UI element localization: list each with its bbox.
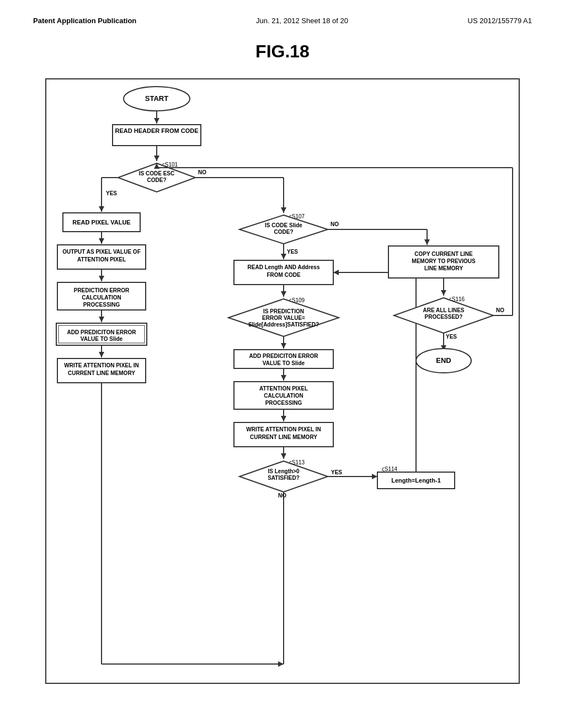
svg-text:CALCULATION: CALCULATION (82, 295, 121, 301)
svg-text:COPY CURRENT LINE: COPY CURRENT LINE (414, 251, 473, 257)
svg-text:MEMORY TO PREVIOUS: MEMORY TO PREVIOUS (412, 258, 476, 264)
svg-marker-104 (333, 270, 339, 275)
svg-text:END: END (436, 356, 451, 365)
svg-text:IS PREDICTION: IS PREDICTION (263, 308, 304, 314)
svg-text:READ Length AND Address: READ Length AND Address (248, 264, 320, 270)
svg-text:NO: NO (198, 169, 206, 175)
svg-marker-117 (441, 290, 446, 296)
svg-text:PREDICTION ERROR: PREDICTION ERROR (74, 287, 130, 293)
svg-text:YES: YES (106, 190, 117, 196)
header-right: US 2012/155779 A1 (468, 17, 532, 25)
svg-text:NO: NO (278, 493, 286, 499)
svg-text:FROM CODE: FROM CODE (266, 272, 300, 278)
svg-marker-27 (99, 276, 104, 281)
svg-marker-72 (281, 343, 286, 349)
svg-text:CALCULATION: CALCULATION (264, 393, 303, 399)
svg-text:NO: NO (496, 307, 504, 313)
svg-text:IS Length>0: IS Length>0 (268, 468, 300, 474)
svg-text:ADD PREDICITON ERROR: ADD PREDICITON ERROR (249, 353, 319, 359)
svg-text:CODE?: CODE? (147, 177, 167, 183)
svg-text:SATISFIED?: SATISFIED? (268, 475, 300, 481)
svg-text:OUTPUT AS PIXEL VALUE OF: OUTPUT AS PIXEL VALUE OF (62, 249, 141, 255)
svg-text:CODE?: CODE? (274, 229, 294, 235)
svg-text:PROCESSING: PROCESSING (83, 302, 120, 308)
svg-text:YES: YES (331, 469, 342, 475)
svg-text:YES: YES (287, 249, 298, 255)
svg-marker-21 (99, 238, 104, 244)
svg-marker-34 (99, 317, 104, 322)
svg-marker-65 (281, 291, 286, 297)
svg-text:READ HEADER FROM CODE: READ HEADER FROM CODE (115, 127, 199, 134)
svg-text:CURRENT LINE MEMORY: CURRENT LINE MEMORY (250, 434, 317, 440)
svg-marker-16 (99, 206, 104, 212)
svg-marker-3 (154, 118, 159, 124)
svg-text:NO: NO (331, 221, 339, 227)
svg-text:IS CODE ESC: IS CODE ESC (139, 170, 174, 176)
svg-text:WRITE ATTENTION PIXEL IN: WRITE ATTENTION PIXEL IN (246, 426, 321, 432)
svg-text:ARE ALL LINES: ARE ALL LINES (423, 307, 464, 313)
svg-text:ATTENTION PIXEL: ATTENTION PIXEL (259, 386, 308, 392)
svg-text:LINE MEMORY: LINE MEMORY (424, 265, 463, 271)
svg-text:START: START (145, 94, 168, 103)
header-center: Jun. 21, 2012 Sheet 18 of 20 (256, 17, 348, 25)
svg-marker-98 (372, 474, 377, 479)
svg-marker-78 (281, 375, 286, 381)
svg-text:CURRENT LINE MEMORY: CURRENT LINE MEMORY (68, 370, 135, 376)
svg-text:PROCESSING: PROCESSING (265, 400, 302, 406)
svg-text:WRITE ATTENTION PIXEL IN: WRITE ATTENTION PIXEL IN (64, 362, 138, 368)
svg-text:Length=Length-1: Length=Length-1 (391, 477, 441, 484)
svg-text:PROCESSED?: PROCESSED? (425, 314, 463, 320)
svg-text:VALUE TO Slide: VALUE TO Slide (81, 336, 123, 342)
svg-marker-8 (154, 156, 159, 161)
fig-title: FIG.18 (33, 41, 532, 62)
svg-marker-52 (281, 207, 286, 213)
svg-text:ADD PREDICITON ERROR: ADD PREDICITON ERROR (67, 329, 137, 335)
svg-text:ERROR VALUE=: ERROR VALUE= (262, 315, 305, 321)
svg-marker-110 (424, 239, 430, 245)
svg-marker-59 (281, 254, 286, 259)
svg-text:VALUE TO Slide: VALUE TO Slide (263, 360, 305, 366)
svg-marker-48 (278, 661, 284, 667)
svg-text:IS CODE Slide: IS CODE Slide (265, 222, 302, 228)
svg-marker-41 (99, 352, 104, 357)
svg-text:READ PIXEL VALUE: READ PIXEL VALUE (72, 219, 130, 226)
svg-text:Slide[Address]SATISFIED?: Slide[Address]SATISFIED? (248, 322, 319, 328)
svg-text:ATTENTION PIXEL: ATTENTION PIXEL (77, 256, 126, 263)
header-left: Patent Application Publication (33, 17, 136, 25)
svg-text:ςS114: ςS114 (382, 466, 398, 472)
flowchart-svg: START ςS100 READ HEADER FROM CODE ςS101 … (46, 79, 520, 681)
header: Patent Application Publication Jun. 21, … (33, 17, 532, 25)
svg-marker-91 (281, 453, 286, 459)
svg-text:YES: YES (446, 334, 457, 340)
svg-marker-85 (281, 416, 286, 421)
page: Patent Application Publication Jun. 21, … (0, 0, 565, 728)
